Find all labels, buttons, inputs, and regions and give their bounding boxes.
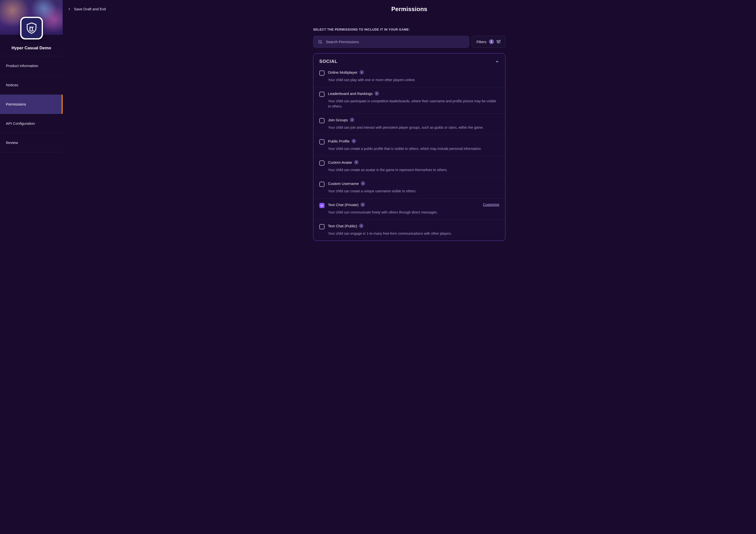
permission-label: Text Chat (Public) [328,224,357,228]
chevron-left-icon [68,7,71,11]
permission-row: Online MultiplayeriYour child can play w… [313,68,505,87]
permission-checkbox[interactable] [319,182,324,187]
permission-row: Public ProfileiYour child can create a p… [313,135,505,156]
back-button-label: Save Draft and Exit [74,7,106,11]
permission-row: Custom AvatariYour child can create an a… [313,156,505,177]
permission-label: Custom Avatar [328,160,352,164]
permission-description: Your child can communicate freely with o… [328,210,499,215]
info-icon[interactable]: i [352,139,356,143]
permission-label: Online Multiplayer [328,70,358,74]
main-content: Save Draft and Exit Permissions SELECT T… [63,0,756,534]
app-icon [20,17,43,40]
sidebar-item-permissions[interactable]: Permissions [0,95,63,114]
permission-row: Text Chat (Public)iYour child can engage… [313,219,505,241]
permission-label: Custom Username [328,181,359,186]
save-draft-exit-button[interactable]: Save Draft and Exit [68,7,106,11]
filters-button[interactable]: Filters 1 [472,36,505,48]
permission-checkbox[interactable] [319,139,324,145]
group-header[interactable]: SOCIAL [313,53,505,68]
search-icon [318,40,323,44]
page-title: Permissions [391,6,427,13]
permission-description: Your child can create a public profile t… [328,146,499,151]
filters-label: Filters [476,40,486,44]
permission-description: Your child can create a unique username … [328,189,499,194]
permission-checkbox[interactable] [319,203,324,208]
shield-kid-icon [25,22,38,35]
svg-point-5 [498,42,499,43]
sidebar-item-notices[interactable]: Notices [0,75,63,95]
info-icon[interactable]: i [350,118,354,122]
info-icon[interactable]: i [360,70,364,74]
section-intro-text: SELECT THE PERMISSIONS TO INCLUDE IT IN … [313,28,505,31]
svg-point-3 [497,40,498,41]
permission-description: Your child can play with one or more oth… [328,77,499,83]
permission-label: Public Profile [328,139,350,143]
permission-checkbox[interactable] [319,92,324,97]
info-icon[interactable]: i [361,202,365,207]
permission-description: Your child can create an avatar in the g… [328,167,499,173]
sidebar-nav: Product InformationNoticesPermissionsAPI… [0,56,63,152]
chevron-up-icon [495,59,499,64]
info-icon[interactable]: i [354,160,359,164]
app-banner [0,0,63,35]
permission-list: Online MultiplayeriYour child can play w… [313,68,505,241]
sidebar-item-api-configuration[interactable]: API Configuration [0,114,63,133]
permission-description: Your child can participate in competitiv… [328,99,499,109]
check-icon [320,204,324,207]
info-icon[interactable]: i [375,91,379,96]
svg-line-1 [321,43,322,44]
group-title: SOCIAL [319,59,338,64]
sidebar: Hyper Casual Demo Product InformationNot… [0,0,63,534]
permission-description: Your child can engage in 1-to-many free-… [328,231,499,236]
sliders-icon [496,40,501,44]
permission-row: Custom UsernameiYour child can create a … [313,177,505,198]
search-input[interactable] [326,40,465,44]
permission-label: Join Groups [328,118,348,122]
svg-point-7 [500,40,500,41]
sidebar-item-review[interactable]: Review [0,133,63,152]
permission-row: Text Chat (Private)iCustomizeYour child … [313,198,505,219]
permission-checkbox[interactable] [319,224,324,229]
permission-row: Leaderboard and RankingsiYour child can … [313,87,505,113]
permission-description: Your child can join and interact with pe… [328,125,499,130]
info-icon[interactable]: i [359,224,364,228]
sidebar-item-product-information[interactable]: Product Information [0,56,63,75]
permission-row: Join GroupsiYour child can join and inte… [313,113,505,135]
svg-point-0 [319,40,321,43]
topbar: Save Draft and Exit Permissions [63,0,756,18]
permission-label: Text Chat (Private) [328,203,359,207]
permission-checkbox[interactable] [319,118,324,123]
filters-count-badge: 1 [489,39,494,44]
permissions-group-social: SOCIAL Online MultiplayeriYour child can… [313,53,505,241]
permission-checkbox[interactable] [319,70,324,76]
customize-link[interactable]: Customize [483,203,499,207]
permission-label: Leaderboard and Rankings [328,92,373,96]
search-box[interactable] [313,36,469,48]
permission-checkbox[interactable] [319,160,324,166]
info-icon[interactable]: i [361,181,365,186]
